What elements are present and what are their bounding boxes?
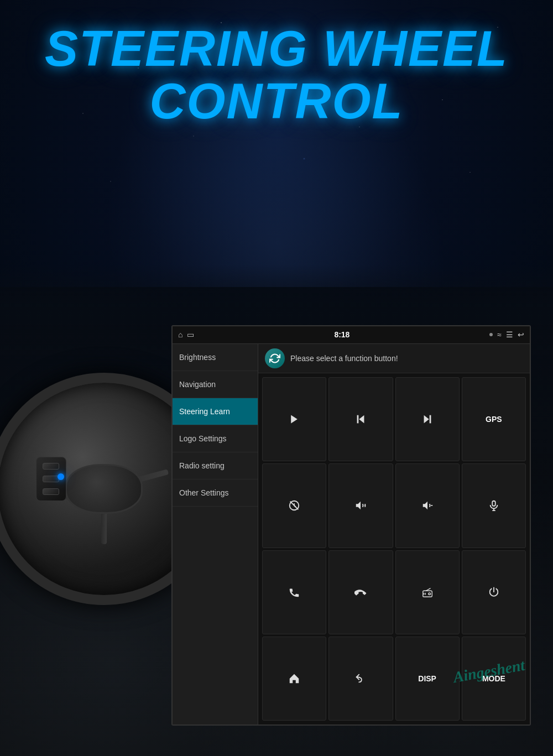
func-btn-power[interactable] (462, 550, 526, 634)
home-status-icon: ⌂ (178, 330, 182, 339)
svg-marker-10 (422, 502, 427, 510)
func-btn-prev[interactable] (328, 377, 393, 461)
func-btn-disp[interactable]: DISP (395, 637, 460, 721)
svg-rect-2 (357, 415, 359, 424)
menu-item-navigation[interactable]: Navigation (173, 371, 258, 398)
func-btn-vol-up[interactable] (328, 463, 393, 548)
left-menu: Brightness Navigation Steering Learn Log… (173, 344, 258, 725)
status-bar-left: ⌂ ▭ (178, 330, 194, 339)
menu-item-brightness[interactable]: Brightness (173, 344, 258, 371)
menu-status-icon: ☰ (506, 330, 513, 339)
status-time: 8:18 (334, 330, 349, 339)
menu-item-logo-settings[interactable]: Logo Settings (173, 425, 258, 452)
sw-btn-3[interactable] (43, 488, 59, 495)
func-btn-gps[interactable]: GPS (462, 377, 526, 461)
svg-marker-1 (359, 415, 364, 424)
menu-item-other-settings[interactable]: Other Settings (173, 479, 258, 507)
status-bar-right: ≈ ☰ ↩ (489, 330, 524, 339)
main-title-area: STEERING WHEEL CONTROL (0, 23, 553, 127)
sw-btn-2[interactable] (43, 476, 59, 482)
svg-rect-4 (429, 415, 431, 424)
info-message: Please select a function button! (290, 354, 398, 363)
status-bar: ⌂ ▭ 8:18 ≈ ☰ ↩ (173, 326, 530, 344)
square-status-icon: ▭ (187, 330, 194, 339)
page-title: STEERING WHEEL CONTROL (0, 23, 553, 127)
info-bar: Please select a function button! (258, 344, 530, 373)
sw-center-hub (65, 464, 143, 514)
svg-marker-3 (424, 415, 429, 424)
svg-rect-12 (492, 501, 495, 506)
func-btn-play[interactable] (262, 377, 326, 461)
status-dot (489, 333, 493, 336)
func-btn-vol-down[interactable] (395, 463, 460, 548)
func-btn-back[interactable] (328, 637, 393, 721)
sw-btn-1[interactable] (43, 463, 59, 470)
signal-status-icon: ≈ (497, 330, 502, 339)
func-btn-phone[interactable] (262, 550, 326, 634)
func-btn-mute[interactable] (262, 463, 326, 548)
blue-indicator-light (58, 473, 64, 480)
menu-item-radio-setting[interactable]: Radio setting (173, 452, 258, 479)
svg-marker-0 (291, 415, 298, 423)
refresh-icon[interactable] (265, 348, 285, 368)
func-btn-next[interactable] (395, 377, 460, 461)
func-btn-end-call[interactable] (328, 550, 393, 634)
svg-marker-7 (356, 502, 361, 510)
func-btn-radio[interactable] (395, 550, 460, 634)
back-status-icon: ↩ (518, 330, 524, 339)
func-btn-mic[interactable] (462, 463, 526, 548)
menu-item-steering-learn[interactable]: Steering Learn (173, 398, 258, 425)
func-btn-home[interactable] (262, 637, 326, 721)
svg-point-16 (428, 593, 430, 595)
